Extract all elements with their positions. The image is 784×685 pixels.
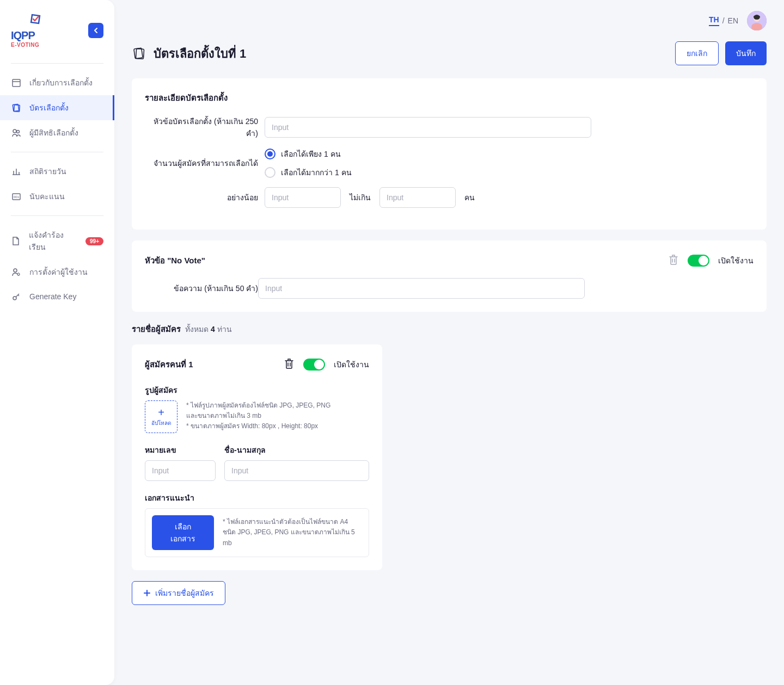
candidate-title: ผู้สมัครคนที่ 1: [145, 358, 193, 371]
users-icon: [11, 127, 22, 138]
photo-hints: * ไฟล์รูปภาพผู้สมัครต้องไฟล์ชนิด JPG, JP…: [186, 400, 330, 432]
nav-label: แจ้งคำร้องเรียน: [29, 229, 78, 253]
nav-ballot[interactable]: บัตรเลือกตั้ง: [0, 95, 114, 120]
calendar-icon: [11, 77, 22, 88]
number-label: หมายเลข: [145, 444, 216, 456]
candidate-count-label: จำนวนผู้สมัครที่สามารถเลือกได้: [145, 157, 265, 169]
svg-rect-22: [134, 48, 143, 59]
nav-generate-key[interactable]: Generate Key: [0, 285, 114, 308]
candidate-toggle[interactable]: [303, 359, 325, 371]
max-candidates-input[interactable]: [379, 187, 456, 208]
topbar: TH / EN: [132, 11, 767, 30]
nav-label: บัตรเลือกตั้ง: [29, 102, 69, 114]
collapse-sidebar-button[interactable]: [88, 23, 103, 38]
nav-complaint[interactable]: แจ้งคำร้องเรียน 99+: [0, 223, 114, 260]
novote-toggle[interactable]: [688, 255, 709, 267]
novote-message-input[interactable]: [258, 278, 585, 299]
no-vote-card: หัวข้อ "No Vote" เปิดใช้งาน ข้อความ (ห้า…: [132, 240, 767, 312]
radio-label: เลือกได้มากกว่า 1 คน: [281, 166, 352, 178]
trash-icon: [668, 254, 679, 266]
novote-section-title: หัวข้อ "No Vote": [145, 254, 205, 267]
page-title: บัตรเลือกตั้งใบที่ 1: [132, 44, 246, 63]
doc-hints: * ไฟล์เอกสารแนะนำตัวต้องเป็นไฟล์ขนาด A4 …: [223, 517, 362, 548]
candidate-name-input[interactable]: [224, 460, 369, 481]
ballot-details-card: รายละเอียดบัตรเลือกตั้ง หัวข้อบัตรเลือกต…: [132, 78, 767, 230]
nav-settings[interactable]: การตั้งค่าผู้ใช้งาน: [0, 260, 114, 285]
radio-select-many[interactable]: เลือกได้มากกว่า 1 คน: [265, 166, 591, 178]
svg-rect-0: [13, 79, 20, 87]
avatar[interactable]: [747, 11, 767, 30]
sidebar: IQPP E-VOTING เกี่ยวกับการเลือกตั้ง บัตร…: [0, 0, 114, 685]
radio-icon: [265, 167, 275, 178]
radio-icon: [265, 149, 275, 159]
scoreboard-icon: 001: [11, 191, 22, 202]
svg-point-12: [14, 269, 17, 272]
nav-daily-stats[interactable]: สถิติรายวัน: [0, 159, 114, 184]
lang-en[interactable]: EN: [728, 16, 738, 25]
name-label: ชื่อ-นามสกุล: [224, 444, 369, 456]
novote-message-label: ข้อความ (ห้ามเกิน 50 คำ): [145, 282, 258, 294]
logo-icon: [11, 13, 41, 29]
total-label: ทั้งหมด: [185, 325, 209, 334]
complaint-badge: 99+: [85, 237, 103, 245]
key-icon: [11, 291, 22, 302]
lang-sep: /: [722, 16, 725, 25]
main-content: TH / EN บัตรเลือกตั้งใบที่ 1: [114, 0, 784, 685]
add-candidate-button[interactable]: เพิ่มรายชื่อผู้สมัคร: [132, 581, 225, 605]
chevron-left-icon: [93, 27, 99, 34]
cancel-button[interactable]: ยกเลิก: [675, 41, 719, 65]
svg-point-13: [17, 273, 20, 275]
nav-label: Generate Key: [29, 292, 76, 301]
photo-label: รูปผู้สมัคร: [145, 384, 369, 396]
candidate-number-input[interactable]: [145, 460, 216, 481]
nav-count[interactable]: 001 นับคะแนน: [0, 184, 114, 209]
logo-text: IQPP: [11, 29, 35, 42]
plus-icon: +: [158, 407, 164, 418]
nav-label: นับคะแนน: [29, 190, 65, 202]
svg-point-4: [13, 129, 16, 133]
nav-voters[interactable]: ผู้มีสิทธิเลือกตั้ง: [0, 120, 114, 145]
svg-point-5: [17, 131, 20, 133]
ballot-title-input[interactable]: [265, 117, 591, 138]
doc-label: เอกสารแนะนำ: [145, 492, 369, 504]
candidate-toggle-label: เปิดใช้งาน: [334, 359, 369, 371]
save-button[interactable]: บันทึก: [725, 41, 767, 65]
nav-label: เกี่ยวกับการเลือกตั้ง: [29, 77, 93, 89]
candidate-card: ผู้สมัครคนที่ 1 เปิดใช้งาน รูปผู้สมัคร +…: [132, 344, 382, 570]
candidates-section-header: รายชื่อผู้สมัคร ทั้งหมด 4 ท่าน: [132, 323, 767, 336]
upload-photo-button[interactable]: + อัปโหลด: [145, 400, 177, 433]
ballot-icon: [132, 46, 147, 61]
trash-icon: [284, 357, 295, 369]
nav-label: ผู้มีสิทธิเลือกตั้ง: [29, 127, 78, 139]
section-title: รายละเอียดบัตรเลือกตั้ง: [145, 91, 754, 104]
ballot-title-label: หัวข้อบัตรเลือกตั้ง (ห้ามเกิน 250 คำ): [145, 115, 265, 139]
nav-about[interactable]: เกี่ยวกับการเลือกตั้ง: [0, 70, 114, 95]
min-candidates-input[interactable]: [265, 187, 341, 208]
user-gear-icon: [11, 267, 22, 277]
nav-label: สถิติรายวัน: [29, 165, 66, 177]
choose-document-button[interactable]: เลือกเอกสาร: [152, 515, 214, 550]
at-most-label: ไม่เกิน: [350, 192, 371, 203]
total-count: 4: [211, 325, 215, 334]
nav-label: การตั้งค่าผู้ใช้งาน: [29, 266, 88, 278]
total-unit: ท่าน: [217, 325, 232, 334]
logo: IQPP E-VOTING: [11, 13, 41, 48]
document-icon: [11, 236, 21, 246]
radio-label: เลือกได้เพียง 1 คน: [281, 148, 341, 160]
candidates-title: รายชื่อผู้สมัคร: [132, 323, 181, 336]
delete-candidate-button[interactable]: [284, 357, 295, 371]
plus-icon: [143, 589, 151, 597]
logo-subtext: E-VOTING: [11, 42, 39, 48]
novote-toggle-label: เปิดใช้งาน: [718, 255, 754, 267]
at-least-label: อย่างน้อย: [145, 192, 265, 203]
ballot-icon: [11, 102, 22, 113]
language-switcher: TH / EN: [709, 15, 738, 26]
svg-text:001: 001: [14, 195, 20, 199]
lang-th[interactable]: TH: [709, 15, 719, 26]
avatar-icon: [747, 11, 767, 30]
svg-line-18: [18, 295, 19, 296]
upload-label: อัปโหลด: [151, 419, 171, 427]
delete-novote-button[interactable]: [668, 254, 679, 267]
unit-label: คน: [464, 192, 475, 203]
radio-select-one[interactable]: เลือกได้เพียง 1 คน: [265, 148, 591, 160]
